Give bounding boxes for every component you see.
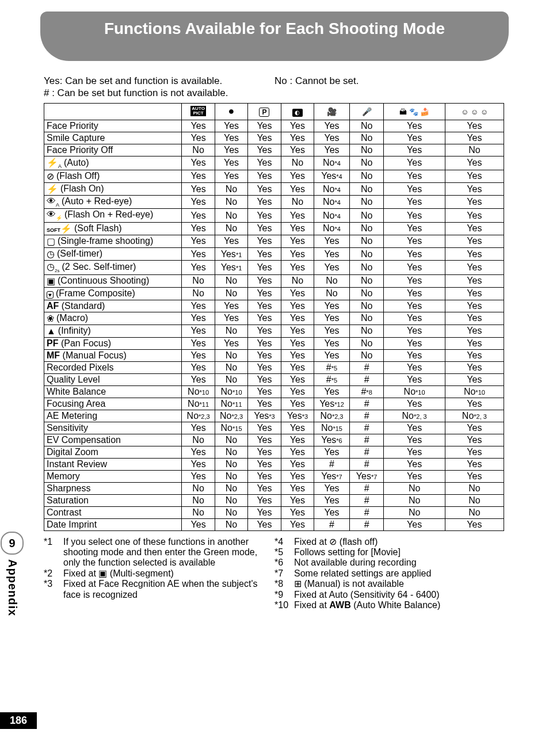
table-cell: Yes: [215, 156, 247, 170]
table-cell: Yes: [182, 324, 215, 337]
col-movie: 🎥: [314, 103, 350, 120]
row-label: Face Priority Off: [44, 144, 182, 156]
table-row: ⚡(Flash On)YesNoYesYesNo*4NoYesYes: [44, 182, 504, 195]
self-timer-icon: ◷: [47, 249, 55, 259]
table-cell: No: [384, 494, 445, 506]
table-cell: Yes*1: [215, 261, 247, 274]
table-cell: Yes: [384, 196, 445, 209]
footnote-id: *5: [274, 547, 294, 558]
table-cell: Yes: [314, 324, 350, 337]
table-cell: Yes: [182, 312, 215, 324]
table-cell: Yes: [445, 361, 504, 373]
table-cell: Yes: [445, 196, 504, 209]
table-cell: No: [445, 506, 504, 518]
row-label: Quality Level: [44, 373, 182, 385]
table-cell: Yes: [281, 422, 314, 434]
table-cell: No: [349, 248, 384, 261]
row-label: 👁⚡(Flash On + Red-eye): [44, 209, 182, 222]
table-cell: No*10: [384, 385, 445, 398]
table-cell: Yes: [384, 337, 445, 349]
table-row: Focusing AreaNo*11No*11YesYesYes*12#YesY…: [44, 398, 504, 410]
table-row: SOFT⚡(Soft Flash)YesNoYesYesNo*4NoYesYes: [44, 222, 504, 235]
footnote-text: Fixed at ⊘ (flash off): [294, 537, 505, 547]
table-cell: Yes: [281, 144, 314, 156]
table-cell: No*2,3: [215, 410, 247, 422]
table-cell: Yes: [384, 182, 445, 195]
table-cell: Yes: [182, 422, 215, 434]
table-cell: Yes: [445, 422, 504, 434]
table-cell: Yes: [248, 170, 281, 182]
table-cell: No: [182, 482, 215, 494]
table-cell: #: [349, 506, 384, 518]
table-cell: Yes: [281, 337, 314, 349]
table-cell: Yes: [182, 361, 215, 373]
table-cell: Yes: [281, 324, 314, 337]
table-cell: Yes: [281, 312, 314, 324]
table-cell: Yes: [314, 248, 350, 261]
flash-auto-icon: ⚡A: [47, 157, 62, 169]
table-cell: No*15: [314, 422, 350, 434]
footnote-text: Follows setting for [Movie]: [294, 547, 505, 558]
table-cell: No*2,3: [182, 410, 215, 422]
row-label: Face Priority: [44, 120, 182, 132]
table-cell: Yes: [248, 248, 281, 261]
table-cell: Yes*12: [314, 398, 350, 410]
row-label: AF (Standard): [44, 300, 182, 312]
table-cell: No: [215, 494, 247, 506]
table-cell: No*4: [314, 209, 350, 222]
self-timer-2s-icon: ◷2s: [47, 261, 59, 273]
row-label: Contrast: [44, 506, 182, 518]
table-cell: Yes: [248, 349, 281, 361]
table-row: SharpnessNoNoYesYesYes#NoNo: [44, 482, 504, 494]
footnote: *4Fixed at ⊘ (flash off): [274, 537, 505, 547]
flash-on-icon: ⚡: [47, 184, 58, 194]
table-cell: Yes: [445, 300, 504, 312]
table-cell: Yes: [314, 506, 350, 518]
table-cell: Yes: [215, 144, 247, 156]
table-cell: Yes: [445, 248, 504, 261]
footnote: *6Not available during recording: [274, 558, 505, 568]
table-cell: Yes: [248, 434, 281, 446]
table-cell: #: [349, 458, 384, 470]
row-label: Recorded Pixels: [44, 361, 182, 373]
row-label: Focusing Area: [44, 398, 182, 410]
table-cell: No: [182, 506, 215, 518]
table-cell: No: [215, 434, 247, 446]
table-cell: No: [349, 144, 384, 156]
table-cell: Yes: [384, 120, 445, 132]
row-label: Memory: [44, 470, 182, 482]
table-row: ❀(Macro)YesYesYesYesYesNoYesYes: [44, 312, 504, 324]
table-cell: Yes: [384, 361, 445, 373]
table-cell: Yes: [281, 132, 314, 144]
table-cell: No: [349, 222, 384, 235]
table-cell: Yes: [384, 144, 445, 156]
table-cell: Yes: [314, 446, 350, 458]
table-cell: Yes: [248, 235, 281, 247]
table-cell: Yes: [314, 349, 350, 361]
table-cell: No*10: [215, 385, 247, 398]
table-cell: Yes: [248, 422, 281, 434]
row-label: AE Metering: [44, 410, 182, 422]
footnote-text: ⊞ (Manual) is not available: [294, 579, 505, 589]
table-cell: Yes: [215, 337, 247, 349]
table-row: Date ImprintYesNoYesYes##YesYes: [44, 518, 504, 530]
single-frame-icon: ▢: [47, 236, 55, 247]
table-cell: #: [349, 434, 384, 446]
table-cell: #*5: [314, 361, 350, 373]
table-cell: Yes*7: [314, 470, 350, 482]
table-cell: Yes: [384, 235, 445, 247]
footnote-text: Fixed at Auto (Sensitivity 64 - 6400): [294, 590, 505, 600]
table-cell: Yes: [314, 235, 350, 247]
table-cell: Yes: [215, 170, 247, 182]
table-cell: #: [349, 494, 384, 506]
col-night: ◐: [281, 103, 314, 120]
table-cell: Yes: [182, 182, 215, 195]
table-cell: Yes: [445, 287, 504, 300]
row-label: Date Imprint: [44, 518, 182, 530]
table-cell: Yes: [281, 506, 314, 518]
footnote-text: Some related settings are applied: [294, 568, 505, 579]
table-corner: [44, 103, 182, 120]
table-cell: Yes: [248, 506, 281, 518]
table-cell: No: [349, 287, 384, 300]
table-cell: No: [445, 144, 504, 156]
